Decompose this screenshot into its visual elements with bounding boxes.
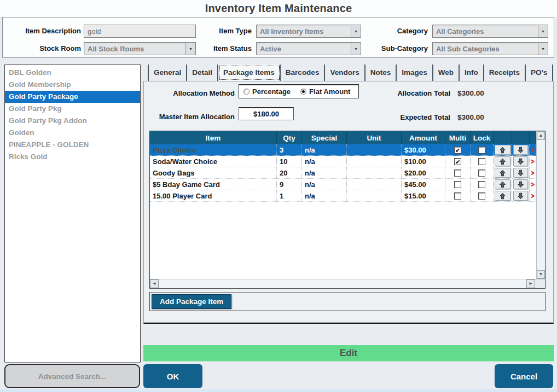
lock-checkbox[interactable]: [478, 158, 485, 165]
cell-amount: $20.00: [402, 167, 445, 179]
cancel-button[interactable]: Cancel: [495, 364, 553, 388]
lock-checkbox[interactable]: [478, 192, 485, 200]
tab-detail[interactable]: Detail: [187, 65, 218, 81]
tab-pos[interactable]: PO's: [526, 65, 553, 81]
red-chevron-icon: [531, 146, 535, 154]
tab-images[interactable]: Images: [397, 65, 433, 81]
multi-checkbox[interactable]: [454, 158, 461, 165]
move-up-button[interactable]: [495, 156, 510, 166]
list-item[interactable]: DBL Golden: [5, 67, 140, 79]
item-description-input[interactable]: [84, 25, 196, 38]
cell-qty: 1: [277, 190, 302, 202]
multi-checkbox[interactable]: [454, 192, 461, 200]
vertical-scrollbar[interactable]: ▲ ▼: [536, 131, 545, 279]
move-down-button[interactable]: [513, 156, 528, 166]
list-item[interactable]: Gold Party Package: [5, 91, 140, 103]
table-row[interactable]: Pizza Choice 3 n/a $30.00: [150, 144, 536, 156]
scroll-up-button[interactable]: ▲: [537, 131, 545, 140]
cell-item: 15.00 Player Card: [150, 190, 277, 202]
radio-flat-amount[interactable]: Flat Amount: [300, 87, 350, 96]
stock-room-dropdown-button[interactable]: ▼: [185, 43, 195, 55]
item-type-dropdown-button[interactable]: ▼: [351, 25, 361, 37]
allocation-method-group: Percentage Flat Amount: [239, 84, 359, 98]
search-filter-panel: Item Description Item Type All Inventory…: [2, 17, 554, 58]
category-dropdown-button[interactable]: ▼: [538, 25, 548, 37]
move-down-button[interactable]: [513, 145, 528, 155]
row-detail-button[interactable]: [530, 190, 536, 202]
move-up-button[interactable]: [495, 145, 510, 155]
cell-amount: $10.00: [402, 156, 445, 167]
stock-room-label: Stock Room: [3, 42, 81, 55]
row-detail-button[interactable]: [530, 144, 536, 156]
cell-special: n/a: [302, 144, 347, 156]
list-item[interactable]: Gold Membership: [5, 79, 140, 91]
tab-barcodes[interactable]: Barcodes: [281, 65, 326, 81]
row-detail-button[interactable]: [530, 179, 536, 190]
advanced-search-button[interactable]: Advanced Search...: [4, 364, 140, 388]
expected-total-label: Expected Total: [374, 112, 450, 123]
lock-checkbox[interactable]: [478, 169, 485, 177]
tab-general[interactable]: General: [148, 65, 187, 81]
move-down-button[interactable]: [513, 179, 528, 189]
cell-unit: [347, 167, 402, 179]
list-item[interactable]: Ricks Gold: [5, 151, 140, 163]
cell-unit: [347, 179, 402, 190]
ok-button[interactable]: OK: [143, 364, 202, 388]
lock-checkbox[interactable]: [478, 147, 485, 154]
tab-notes[interactable]: Notes: [365, 65, 397, 81]
scrollbar-corner: [535, 279, 545, 288]
table-row[interactable]: Goody Bags 20 n/a $20.00: [150, 167, 536, 179]
vertical-scroll-track[interactable]: [537, 140, 545, 270]
allocation-total-value: $300.00: [457, 88, 484, 99]
tab-package-items[interactable]: Package Items: [218, 65, 281, 81]
scroll-down-button[interactable]: ▼: [537, 270, 545, 279]
move-up-button[interactable]: [495, 179, 510, 189]
master-item-allocation-input[interactable]: [239, 107, 294, 120]
sub-category-value: All Sub Categories: [433, 45, 538, 53]
tab-info[interactable]: Info: [460, 65, 484, 81]
tab-receipts[interactable]: Receipts: [484, 65, 526, 81]
item-status-select[interactable]: Active ▼: [256, 42, 361, 55]
move-down-button[interactable]: [513, 168, 528, 178]
radio-flat-amount-label: Flat Amount: [309, 87, 350, 96]
move-up-button[interactable]: [495, 168, 510, 178]
triangle-down-icon: ▼: [539, 272, 543, 277]
table-row[interactable]: 15.00 Player Card 1 n/a $15.00: [150, 190, 536, 202]
stock-room-select[interactable]: All Stock Rooms ▼: [84, 42, 196, 55]
list-item[interactable]: PINEAPPLE - GOLDEN: [5, 139, 140, 151]
column-header-move-down: [512, 131, 530, 144]
row-detail-button[interactable]: [530, 156, 536, 167]
move-down-button[interactable]: [513, 191, 528, 201]
row-detail-button[interactable]: [530, 167, 536, 179]
scroll-right-button[interactable]: ►: [526, 279, 535, 288]
radio-percentage[interactable]: Percentage: [243, 87, 291, 96]
category-select[interactable]: All Categories ▼: [432, 25, 548, 38]
sub-category-label: Sub-Category: [361, 42, 428, 55]
lock-checkbox[interactable]: [478, 181, 485, 188]
sub-category-dropdown-button[interactable]: ▼: [538, 43, 548, 55]
tab-vendors[interactable]: Vendors: [325, 65, 365, 81]
multi-checkbox[interactable]: [454, 169, 461, 177]
table-row[interactable]: $5 Bday Game Card 9 n/a $45.00: [150, 179, 536, 190]
item-status-dropdown-button[interactable]: ▼: [351, 43, 361, 55]
list-item[interactable]: Golden: [5, 127, 140, 139]
item-status-label: Item Status: [197, 42, 252, 55]
list-item[interactable]: Gold Party Pkg Addon: [5, 115, 140, 127]
add-package-item-button[interactable]: Add Package Item: [152, 294, 231, 309]
list-item[interactable]: Gold Party Pkg: [5, 103, 140, 115]
cell-item: $5 Bday Game Card: [150, 179, 277, 190]
multi-checkbox[interactable]: [454, 147, 461, 154]
move-up-button[interactable]: [495, 191, 510, 201]
table-row[interactable]: Soda/Water Choice 10 n/a $10.00: [150, 156, 536, 167]
tab-web[interactable]: Web: [433, 65, 460, 81]
item-status-value: Active: [257, 45, 351, 53]
item-type-select[interactable]: All Inventory Items ▼: [256, 25, 361, 38]
table-empty-area: [150, 202, 536, 279]
scroll-left-button[interactable]: ◄: [150, 279, 159, 288]
cell-amount: $45.00: [402, 179, 445, 190]
horizontal-scroll-track[interactable]: [159, 279, 526, 288]
multi-checkbox[interactable]: [454, 181, 461, 188]
cell-amount: $15.00: [402, 190, 445, 202]
horizontal-scrollbar[interactable]: ◄ ►: [150, 279, 545, 288]
sub-category-select[interactable]: All Sub Categories ▼: [432, 42, 548, 55]
